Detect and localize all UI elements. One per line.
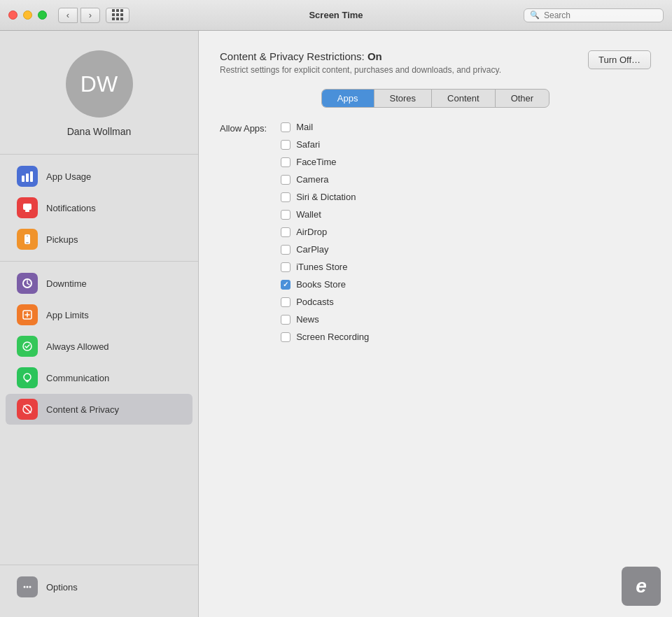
svg-rect-3 bbox=[23, 204, 31, 210]
search-input[interactable] bbox=[544, 10, 657, 20]
app-name-mail: Mail bbox=[296, 122, 313, 132]
app-item-podcasts[interactable]: Podcasts bbox=[281, 297, 369, 307]
app-item-mail[interactable]: Mail bbox=[281, 122, 369, 132]
traffic-lights bbox=[8, 10, 47, 20]
sidebar-label-content-privacy: Content & Privacy bbox=[46, 404, 119, 415]
sidebar-item-communication[interactable]: Communication bbox=[6, 362, 192, 393]
app-name-itunes-store: iTunes Store bbox=[296, 262, 347, 272]
user-profile: DW Dana Wollman bbox=[0, 31, 198, 151]
tab-stores[interactable]: Stores bbox=[374, 90, 433, 107]
tab-other[interactable]: Other bbox=[496, 90, 550, 107]
app-name-books-store: Books Store bbox=[296, 279, 346, 290]
sidebar-section-1: App Usage Notifications bbox=[0, 157, 198, 258]
window-title: Screen Time bbox=[309, 10, 363, 20]
sidebar-item-notifications[interactable]: Notifications bbox=[6, 192, 192, 223]
tab-apps[interactable]: Apps bbox=[322, 90, 374, 107]
app-item-safari[interactable]: Safari bbox=[281, 139, 369, 150]
divider-1 bbox=[0, 154, 198, 155]
apps-list: Mail Safari FaceTime Camera bbox=[281, 122, 369, 342]
options-icon bbox=[17, 576, 38, 597]
app-name-carplay: CarPlay bbox=[296, 244, 328, 255]
app-name-camera: Camera bbox=[296, 174, 328, 185]
app-item-facetime[interactable]: FaceTime bbox=[281, 157, 369, 167]
svg-point-7 bbox=[27, 236, 28, 237]
app-item-news[interactable]: News bbox=[281, 314, 369, 325]
checkbox-screen-recording[interactable] bbox=[281, 332, 290, 342]
checkbox-safari[interactable] bbox=[281, 140, 290, 150]
svg-rect-2 bbox=[30, 171, 33, 182]
app-item-screen-recording[interactable]: Screen Recording bbox=[281, 332, 369, 342]
app-item-books-store[interactable]: Books Store bbox=[281, 279, 369, 290]
content-header: Content & Privacy Restrictions: On Restr… bbox=[220, 50, 651, 75]
app-item-itunes-store[interactable]: iTunes Store bbox=[281, 262, 369, 272]
checkbox-mail[interactable] bbox=[281, 122, 290, 132]
app-item-carplay[interactable]: CarPlay bbox=[281, 244, 369, 255]
sidebar-section-2: Downtime App Limits Alwa bbox=[0, 264, 198, 428]
downtime-icon bbox=[17, 273, 38, 294]
checkbox-camera[interactable] bbox=[281, 175, 290, 185]
checkbox-itunes-store[interactable] bbox=[281, 262, 290, 272]
search-bar[interactable]: 🔍 bbox=[524, 8, 664, 22]
app-limits-icon bbox=[17, 304, 38, 325]
sidebar: DW Dana Wollman App Usage bbox=[0, 31, 199, 617]
app-item-siri-dictation[interactable]: Siri & Dictation bbox=[281, 192, 369, 202]
user-name: Dana Wollman bbox=[67, 126, 132, 137]
app-item-camera[interactable]: Camera bbox=[281, 174, 369, 185]
sidebar-label-pickups: Pickups bbox=[46, 234, 78, 245]
sidebar-label-notifications: Notifications bbox=[46, 203, 96, 213]
checkbox-facetime[interactable] bbox=[281, 157, 290, 167]
app-name-safari: Safari bbox=[296, 139, 320, 150]
title-bar: ‹ › Screen Time 🔍 bbox=[0, 0, 672, 31]
sidebar-bottom: Options bbox=[0, 565, 198, 603]
app-name-wallet: Wallet bbox=[296, 209, 321, 220]
sidebar-label-always-allowed: Always Allowed bbox=[46, 341, 109, 352]
grid-view-button[interactable] bbox=[106, 8, 130, 23]
grid-icon bbox=[112, 9, 124, 21]
restrictions-title: Content & Privacy Restrictions: On bbox=[220, 50, 501, 62]
maximize-button[interactable] bbox=[38, 10, 47, 20]
back-button[interactable]: ‹ bbox=[58, 8, 78, 23]
app-item-wallet[interactable]: Wallet bbox=[281, 209, 369, 220]
forward-button[interactable]: › bbox=[80, 8, 100, 23]
sidebar-item-always-allowed[interactable]: Always Allowed bbox=[6, 331, 192, 362]
sidebar-item-options[interactable]: Options bbox=[6, 572, 192, 602]
tab-content[interactable]: Content bbox=[432, 90, 496, 107]
sidebar-label-communication: Communication bbox=[46, 373, 109, 383]
app-name-facetime: FaceTime bbox=[296, 157, 336, 167]
sidebar-label-options: Options bbox=[46, 582, 78, 593]
sidebar-item-app-usage[interactable]: App Usage bbox=[6, 161, 192, 192]
app-item-airdrop[interactable]: AirDrop bbox=[281, 227, 369, 237]
app-name-podcasts: Podcasts bbox=[296, 297, 333, 307]
pickups-icon bbox=[17, 229, 38, 250]
checkbox-carplay[interactable] bbox=[281, 245, 290, 255]
checkbox-news[interactable] bbox=[281, 315, 290, 325]
content-area: Content & Privacy Restrictions: On Restr… bbox=[199, 31, 672, 617]
search-icon: 🔍 bbox=[530, 10, 540, 20]
minimize-button[interactable] bbox=[23, 10, 32, 20]
sidebar-label-app-limits: App Limits bbox=[46, 310, 89, 320]
sidebar-item-downtime[interactable]: Downtime bbox=[6, 268, 192, 299]
checkbox-books-store[interactable] bbox=[281, 280, 290, 290]
svg-point-11 bbox=[24, 374, 31, 381]
app-name-airdrop: AirDrop bbox=[296, 227, 327, 237]
communication-icon bbox=[17, 367, 38, 388]
content-header-left: Content & Privacy Restrictions: On Restr… bbox=[220, 50, 501, 75]
sidebar-item-app-limits[interactable]: App Limits bbox=[6, 299, 192, 330]
restrictions-description: Restrict settings for explicit content, … bbox=[220, 65, 501, 75]
app-usage-icon bbox=[17, 166, 38, 187]
sidebar-item-content-privacy[interactable]: Content & Privacy bbox=[6, 394, 192, 425]
svg-rect-6 bbox=[26, 242, 29, 243]
svg-rect-0 bbox=[22, 176, 24, 182]
nav-buttons: ‹ › bbox=[58, 8, 100, 23]
checkbox-airdrop[interactable] bbox=[281, 227, 290, 237]
turn-off-button[interactable]: Turn Off… bbox=[588, 50, 651, 69]
watermark: e bbox=[622, 567, 661, 606]
close-button[interactable] bbox=[8, 10, 18, 20]
checkbox-wallet[interactable] bbox=[281, 210, 290, 220]
sidebar-item-pickups[interactable]: Pickups bbox=[6, 224, 192, 255]
checkbox-podcasts[interactable] bbox=[281, 297, 290, 307]
checkbox-siri-dictation[interactable] bbox=[281, 192, 290, 202]
svg-line-13 bbox=[24, 406, 31, 413]
app-name-screen-recording: Screen Recording bbox=[296, 332, 369, 342]
app-name-news: News bbox=[296, 314, 319, 325]
